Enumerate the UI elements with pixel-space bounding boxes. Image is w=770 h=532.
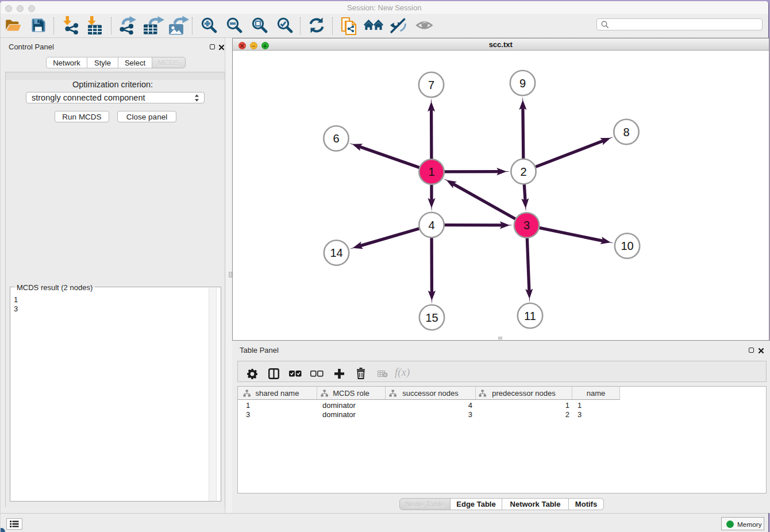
svg-text:10: 10 — [621, 240, 633, 252]
svg-text:8: 8 — [623, 126, 629, 138]
svg-text:7: 7 — [428, 79, 434, 91]
svg-text:3: 3 — [523, 219, 530, 232]
svg-text:9: 9 — [519, 77, 526, 90]
svg-text:1: 1 — [428, 165, 434, 178]
svg-text:15: 15 — [425, 311, 438, 324]
svg-text:4: 4 — [428, 219, 434, 232]
svg-text:14: 14 — [330, 246, 342, 259]
svg-text:6: 6 — [333, 132, 339, 145]
svg-text:2: 2 — [520, 165, 526, 178]
svg-text:11: 11 — [524, 310, 536, 322]
